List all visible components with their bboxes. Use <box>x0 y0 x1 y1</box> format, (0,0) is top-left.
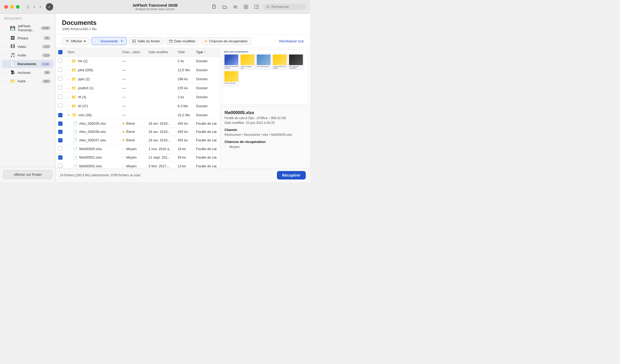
folder-icon: 📁 <box>71 77 77 82</box>
row-checkbox[interactable] <box>58 138 62 142</box>
table-row[interactable]: 📄file000002.xlsx ☆ Moyen 3 févr. 2017...… <box>56 162 220 168</box>
row-checkbox[interactable] <box>58 77 62 81</box>
svg-rect-6 <box>244 5 246 7</box>
row-checkbox[interactable] <box>58 86 62 90</box>
nav-buttons: ⌂ ‹ › ✓ <box>25 3 53 11</box>
search-input[interactable] <box>271 5 303 9</box>
maximize-button[interactable] <box>16 5 20 9</box>
sidebar-item-audio[interactable]: › 🎵 Audio 113 <box>2 51 54 59</box>
row-checkbox[interactable] <box>58 130 62 134</box>
preview-card: Explore the stars of the universe <box>224 54 239 70</box>
file-name: ttf (37) <box>78 104 88 108</box>
size-cell: 298 ko <box>175 75 194 84</box>
date-filter-button[interactable]: Date modifiée <box>166 37 199 45</box>
chances-filter-button[interactable]: ★ Chances de récupération <box>201 37 251 45</box>
row-checkbox[interactable] <box>58 122 62 126</box>
preview-card: Do more with data <box>224 70 239 86</box>
home-button[interactable]: ⌂ <box>25 3 31 10</box>
type-cell: Dossier <box>194 102 220 111</box>
card-text: Learn about the constellation <box>289 66 303 69</box>
sidebar-item-jetflash[interactable]: › 💾 JetFlash Transcrip... 8,8K <box>2 23 54 34</box>
header-checkbox[interactable] <box>58 50 62 54</box>
sidebar-item-photos[interactable]: › 🖼 Photos 7K <box>2 34 54 42</box>
card-text: Compare stars by the numbers <box>273 66 287 69</box>
chance-cell: ★ Élevé <box>119 119 146 128</box>
sidebar-item-video[interactable]: › 🎞 Vidéo 113 <box>2 43 54 51</box>
sidebar-item-autre[interactable]: › 📁 Autre 350 <box>2 77 54 85</box>
content-header: Documents 1090 fichiers/390,7 Mo <box>56 14 310 34</box>
row-checkbox[interactable] <box>58 164 62 168</box>
type-cell: Feuille de cal. <box>194 153 220 162</box>
date-filter-label: Date modifiée <box>174 39 195 43</box>
table-row[interactable]: 📄Alex_000037.xlsx ★ Élevé 18 avr. 2018..… <box>56 136 220 145</box>
th-chance[interactable]: Chan...ration <box>119 48 146 57</box>
row-checkbox[interactable] <box>58 104 62 108</box>
card-image <box>224 71 238 82</box>
th-name[interactable]: Nom <box>65 48 119 57</box>
preview-card: Compare stars by the numbers <box>272 54 287 70</box>
forward-button[interactable]: › <box>38 3 43 10</box>
panel-icon[interactable] <box>253 3 260 11</box>
table-row[interactable]: ›📁rtf (4) — 2 ko Dossier <box>56 93 220 102</box>
star-filled-icon: ★ <box>122 138 125 142</box>
th-type[interactable]: Type ↑ <box>194 48 220 57</box>
chevron-right-icon: › <box>68 87 69 90</box>
row-checkbox[interactable] <box>58 146 62 151</box>
table-row[interactable]: ›📁ttf (37) — 6,3 Mo Dossier <box>56 102 220 111</box>
minimize-button[interactable] <box>10 5 14 9</box>
list-view-icon[interactable] <box>232 3 239 11</box>
table-row[interactable]: 📄file000001.xlsx ☆ Moyen 11 sept. 201...… <box>56 153 220 162</box>
sidebar-item-documents[interactable]: › 📄 Documents 1,1K <box>2 60 54 68</box>
table-area[interactable]: Nom Chan...ration Date modifiée Taille T… <box>56 48 220 168</box>
preview-card: Track your favorite stars <box>240 54 255 70</box>
folder-icon[interactable] <box>221 3 228 11</box>
th-date[interactable]: Date modifiée <box>146 48 175 57</box>
file-name: xlsx (39) <box>79 113 92 117</box>
afficher-button[interactable]: Afficher ▾ <box>62 37 89 45</box>
date-cell <box>146 84 175 93</box>
row-checkbox[interactable] <box>58 68 62 72</box>
sidebar-item-archives[interactable]: › 🗜 Archives 90 <box>2 69 54 77</box>
table-row[interactable]: 📄Alex_000036.xlsx ★ Élevé 18 avr. 2018..… <box>56 128 220 136</box>
chance-cell: — <box>119 111 146 119</box>
th-size[interactable]: Taille <box>175 48 194 57</box>
photos-icon: 🖼 <box>10 36 15 41</box>
filter-close-icon[interactable]: ✕ <box>120 39 123 43</box>
badge: 90 <box>44 71 51 74</box>
table-row[interactable]: ›📁pptx (2) — 298 ko Dossier <box>56 75 220 84</box>
chance-cell: — <box>119 57 146 66</box>
row-checkbox[interactable] <box>58 59 62 63</box>
table-row[interactable]: ▾📁xlsx (39) — 15,2 Mo Dossier <box>56 111 220 119</box>
close-button[interactable] <box>4 5 8 9</box>
star-empty-icon: ☆ <box>224 145 228 149</box>
folder-icon: 📁 <box>71 86 77 91</box>
reset-link[interactable]: Réinitialiser tout <box>279 39 304 43</box>
file-name: Alex_000035.xlsx <box>79 122 106 125</box>
row-checkbox[interactable] <box>58 113 62 117</box>
row-checkbox[interactable] <box>58 155 62 160</box>
table-row[interactable]: ›📁lnk (2) — 2 ko Dossier <box>56 57 220 66</box>
preview-image: Stars and constellations Explore the sta… <box>220 48 310 106</box>
taille-filter-button[interactable]: Taille du fichier <box>129 37 164 45</box>
recover-button[interactable]: Récupérer <box>277 171 306 179</box>
chances-filter-label: Chances de récupération <box>209 39 248 43</box>
file-icon: 📄 <box>73 121 78 125</box>
row-checkbox[interactable] <box>58 95 62 99</box>
sidebar-item-label: Documents <box>17 62 39 66</box>
folder-icon: 📁 <box>71 68 77 73</box>
back-button[interactable]: ‹ <box>32 3 37 10</box>
table-row[interactable]: ›📁psafe3 (1) — 155 ko Dossier <box>56 84 220 93</box>
search-box[interactable] <box>263 4 306 10</box>
type-cell: Feuille de cal. <box>194 136 220 145</box>
new-file-icon[interactable] <box>210 3 218 11</box>
file-name: pptx (2) <box>78 77 90 81</box>
finder-button[interactable]: Afficher sur Finder <box>3 170 52 179</box>
table-row[interactable]: 📄Alex_000035.xlsx ★ Élevé 18 avr. 2018..… <box>56 119 220 128</box>
table-row[interactable]: 📄file000000.xlsx ☆ Moyen 1 nov. 2016 à..… <box>56 144 220 153</box>
sidebar-item-label: Photos <box>17 36 41 40</box>
card-text: Do more with data <box>224 82 238 84</box>
documents-filter-button[interactable]: 📄 Documents ✕ <box>91 37 127 45</box>
badge: 7K <box>43 36 51 40</box>
table-row[interactable]: ›📁plist (295) — 12,5 Mo Dossier <box>56 66 220 75</box>
grid-view-icon[interactable] <box>242 3 250 11</box>
